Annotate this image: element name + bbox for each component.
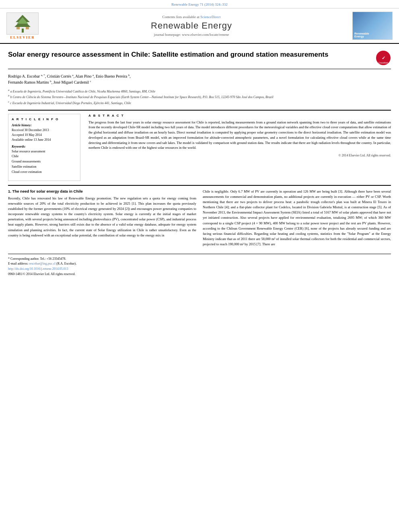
article-info-column: A R T I C L E I N F O Article history: R… xyxy=(8,114,80,181)
article-info-box: A R T I C L E I N F O Article history: R… xyxy=(8,114,80,181)
header-divider xyxy=(8,110,391,111)
body-left-col: 1. The need for solar energy data in Chi… xyxy=(8,189,196,247)
citation-text: Renewable Energy 71 (2014) 324–332 xyxy=(171,2,227,6)
article-content: Solar energy resource assessment in Chil… xyxy=(0,44,399,283)
svg-text:CrossMark: CrossMark xyxy=(378,62,389,64)
keyword-1: Solar resource assessment xyxy=(12,149,77,154)
footnote-area: * Corresponding author. Tel.: +56 235454… xyxy=(8,254,391,277)
journal-thumb: RenewableEnergy xyxy=(352,12,393,40)
body-right-text: Chile is negligible. Only 6.7 MW of PV a… xyxy=(203,189,391,247)
journal-homepage: journal homepage: www.elsevier.com/locat… xyxy=(39,33,344,37)
article-title: Solar energy resource assessment in Chil… xyxy=(8,50,371,59)
section1-heading: 1. The need for solar energy data in Chi… xyxy=(8,189,196,193)
received-date: Received 30 December 2013 xyxy=(12,128,77,133)
affiliations: a a Escuela de Ingeniería, Pontificia Un… xyxy=(8,88,391,106)
journal-thumbnail-area: RenewableEnergy xyxy=(344,12,393,40)
abstract-divider xyxy=(8,185,391,186)
keywords-list: Solar resource assessment Chile Ground m… xyxy=(12,149,77,175)
keywords-section: Keywords: Solar resource assessment Chil… xyxy=(12,145,77,175)
body-left-text: Recently, Chile has renovated his law of… xyxy=(8,196,196,238)
contents-prefix: Contents lists available at xyxy=(162,15,200,19)
journal-citation: Renewable Energy 71 (2014) 324–332 xyxy=(0,0,399,8)
keyword-3: Ground measurements xyxy=(12,159,77,164)
history-title: Article history: xyxy=(12,123,77,127)
keyword-2: Chile xyxy=(12,154,77,159)
authors-line: Rodrigo A. Escobar a, *, Cristián Cortés… xyxy=(8,73,391,86)
article-info-title: A R T I C L E I N F O xyxy=(12,117,77,121)
available-date: Available online 13 June 2014 xyxy=(12,138,77,142)
body-content: 1. The need for solar energy data in Chi… xyxy=(8,189,391,247)
abstract-column: A B S T R A C T The progress from the la… xyxy=(88,114,391,181)
doi-link[interactable]: http://dx.doi.org/10.1016/j.renene.2014.… xyxy=(8,267,68,271)
affiliation-c: c Escuela de Ingeniería Industrial, Univ… xyxy=(10,101,131,105)
elsevier-tree-icon xyxy=(6,12,39,35)
article-info-abstract: A R T I C L E I N F O Article history: R… xyxy=(8,114,391,181)
affiliation-b: b Centro de Ciência do Sistema Terrestre… xyxy=(10,95,274,99)
article-history: Article history: Received 30 December 20… xyxy=(12,123,77,142)
doi-line: http://dx.doi.org/10.1016/j.renene.2014.… xyxy=(8,267,391,272)
abstract-text: The progress from the last four years in… xyxy=(88,120,391,151)
svg-text:✓: ✓ xyxy=(382,55,385,60)
thumb-label: RenewableEnergy xyxy=(354,32,391,38)
email-line: E-mail address: rescobar@ing.puc.cl (R.A… xyxy=(8,261,391,267)
copyright-line: © 2014 Elsevier Ltd. All rights reserved… xyxy=(88,154,391,157)
section-title: The need for solar energy data in Chile xyxy=(12,189,83,193)
svg-rect-4 xyxy=(16,27,20,29)
body-right-col: Chile is negligible. Only 6.7 MW of PV a… xyxy=(203,189,391,247)
journal-header-center: Contents lists available at ScienceDirec… xyxy=(39,15,344,37)
svg-rect-5 xyxy=(26,27,29,29)
issn-line: 0960-1481/© 2014 Elsevier Ltd. All right… xyxy=(8,272,391,277)
corresponding-author: * Corresponding author. Tel.: +56 235454… xyxy=(8,257,391,262)
article-title-section: Solar energy resource assessment in Chil… xyxy=(8,50,391,69)
svg-rect-0 xyxy=(22,29,24,33)
contents-line: Contents lists available at ScienceDirec… xyxy=(39,15,344,19)
sciencedirect-link[interactable]: ScienceDirect xyxy=(200,15,220,19)
keyword-4: Satellite estimation xyxy=(12,164,77,170)
email-label: E-mail address: xyxy=(8,262,29,265)
keyword-5: Cloud cover estimation xyxy=(12,170,77,175)
journal-title: Renewable Energy xyxy=(39,21,344,31)
abstract-title: A B S T R A C T xyxy=(88,114,391,117)
elsevier-label: ELSEVIER xyxy=(10,35,35,39)
crossmark-badge: ✓ CrossMark xyxy=(376,50,391,66)
elsevier-logo: ELSEVIER xyxy=(6,12,39,39)
email-link[interactable]: rescobar@ing.puc.cl xyxy=(29,262,56,265)
email-suffix: (R.A. Escobar). xyxy=(56,262,76,265)
keywords-title: Keywords: xyxy=(12,145,77,148)
journal-header: ELSEVIER Contents lists available at Sci… xyxy=(0,8,399,44)
affiliation-a: a Escuela de Ingeniería, Pontificia Univ… xyxy=(10,89,155,93)
section-number: 1. xyxy=(8,189,11,193)
accepted-date: Accepted 10 May 2014 xyxy=(12,133,77,138)
